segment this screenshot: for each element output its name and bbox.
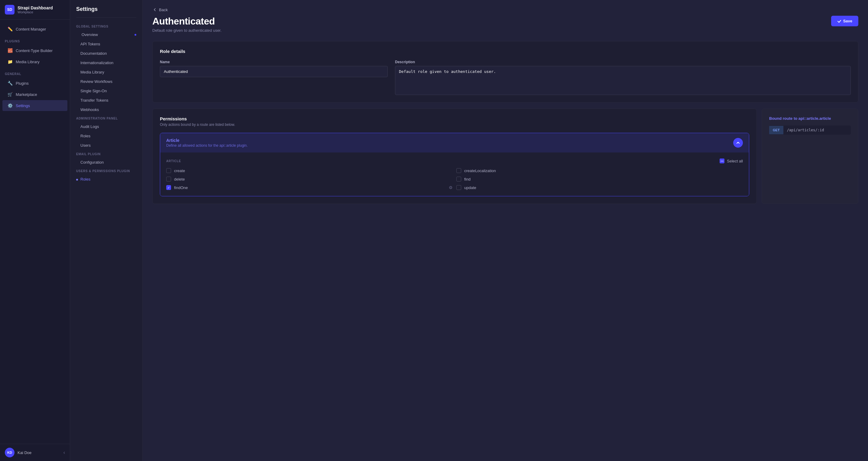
sidebar-footer: KD Kai Doe ‹ xyxy=(0,444,70,461)
dot-icon xyxy=(76,62,78,64)
permission-item-create: create xyxy=(166,168,453,173)
indicator-dot xyxy=(134,34,136,36)
global-settings-label: GLOBAL SETTINGS xyxy=(70,22,142,30)
settings-item-media-library[interactable]: Media Library xyxy=(70,67,142,77)
sidebar-item-plugins[interactable]: 🔧 Plugins xyxy=(2,78,67,89)
settings-item-configuration[interactable]: Configuration xyxy=(70,157,142,167)
description-field-group: Description Default role given to authen… xyxy=(395,60,851,95)
permission-item-findOne: findOne ⚙ xyxy=(166,185,453,190)
permissions-panel: Permissions Only actions bound by a rout… xyxy=(152,109,757,204)
settings-item-roles[interactable]: Roles xyxy=(70,131,142,141)
settings-item-review-workflows[interactable]: Review Workflows xyxy=(70,77,142,86)
admin-panel-label: ADMINISTRATION PANEL xyxy=(70,114,142,122)
select-all-button[interactable]: Select all xyxy=(720,159,743,163)
role-details-title: Role details xyxy=(160,49,851,54)
page-subtitle: Default role given to authenticated user… xyxy=(152,28,221,33)
checkbox-find[interactable] xyxy=(456,177,461,181)
dot-icon xyxy=(76,72,78,74)
user-info: KD Kai Doe xyxy=(5,448,31,457)
avatar: KD xyxy=(5,448,14,457)
sidebar-item-label: Content-Type Builder xyxy=(16,49,53,53)
select-all-icon xyxy=(720,159,724,163)
checkbox-delete[interactable] xyxy=(166,177,171,181)
sidebar-item-label: Media Library xyxy=(16,60,39,64)
page-title: Authenticated xyxy=(152,16,221,27)
checkbox-update[interactable] xyxy=(456,185,461,190)
page-header: Authenticated Default role given to auth… xyxy=(152,16,858,33)
settings-item-users[interactable]: Users xyxy=(70,141,142,150)
gear-icon[interactable]: ⚙ xyxy=(449,185,453,190)
name-input[interactable] xyxy=(160,66,388,77)
settings-item-audit-logs[interactable]: Audit Logs xyxy=(70,122,142,131)
general-label: GENERAL xyxy=(0,67,70,78)
sidebar-item-media-library[interactable]: 📁 Media Library xyxy=(2,56,67,67)
article-section-label: ARTICLE xyxy=(166,160,181,163)
description-label: Description xyxy=(395,60,851,64)
back-arrow-icon xyxy=(152,7,157,12)
sidebar: SD Strapi Dashboard Workplace ✏️ Content… xyxy=(0,0,70,461)
dot-icon xyxy=(76,126,78,128)
article-toggle-button[interactable] xyxy=(733,138,743,148)
dot-icon xyxy=(76,81,78,83)
permission-item-update: update xyxy=(456,185,743,190)
dot-icon xyxy=(76,100,78,102)
users-permissions-label: USERS & PERMISSIONS PLUGIN xyxy=(70,167,142,175)
content-manager-icon: ✏️ xyxy=(7,26,13,32)
name-field-group: Name xyxy=(160,60,388,95)
collapse-button[interactable]: ‹ xyxy=(63,450,65,455)
permissions-title: Permissions xyxy=(160,116,749,121)
main-content: Back Authenticated Default role given to… xyxy=(143,0,868,461)
checkbox-findOne[interactable] xyxy=(166,185,171,190)
save-button[interactable]: Save xyxy=(831,16,858,26)
settings-icon: ⚙️ xyxy=(7,103,13,108)
settings-title: Settings xyxy=(70,6,142,17)
dot-icon xyxy=(76,145,78,147)
checkbox-create[interactable] xyxy=(166,168,171,173)
sidebar-item-label: Marketplace xyxy=(16,92,37,97)
sidebar-item-label: Content Manager xyxy=(16,27,46,31)
sidebar-item-content-manager[interactable]: ✏️ Content Manager xyxy=(2,24,67,34)
bound-route-title: Bound route to api::article.article xyxy=(769,116,851,121)
permissions-subtitle: Only actions bound by a route are listed… xyxy=(160,122,749,127)
settings-divider xyxy=(76,17,136,18)
dot-icon xyxy=(76,136,78,137)
description-textarea[interactable]: Default role given to authenticated user… xyxy=(395,66,851,95)
role-details-card: Role details Name Description Default ro… xyxy=(152,41,858,103)
settings-item-single-sign-on[interactable]: Single Sign-On xyxy=(70,86,142,95)
name-label: Name xyxy=(160,60,388,64)
checkbox-createLocalization[interactable] xyxy=(456,168,461,173)
settings-item-webhooks[interactable]: Webhooks xyxy=(70,105,142,114)
route-path: /api/articles/:id xyxy=(783,125,828,135)
article-accordion: Article Define all allowed actions for t… xyxy=(160,133,749,196)
form-row: Name Description Default role given to a… xyxy=(160,60,851,95)
settings-item-transfer-tokens[interactable]: Transfer Tokens xyxy=(70,95,142,105)
dot-icon xyxy=(76,162,78,164)
bound-route-link[interactable]: article xyxy=(819,116,831,121)
plugins-label: PLUGINS xyxy=(0,35,70,45)
chevron-up-icon xyxy=(736,141,740,145)
article-section-header: ARTICLE Select all xyxy=(166,159,743,163)
settings-item-api-tokens[interactable]: API Tokens xyxy=(70,39,142,49)
media-library-icon: 📁 xyxy=(7,59,13,64)
plugins-icon: 🔧 xyxy=(7,81,13,86)
dot-icon xyxy=(76,109,78,111)
sidebar-nav: ✏️ Content Manager PLUGINS 🧱 Content-Typ… xyxy=(0,20,70,444)
route-tag: GET /api/articles/:id xyxy=(769,125,851,135)
sidebar-item-settings[interactable]: ⚙️ Settings xyxy=(2,100,67,111)
settings-item-roles-up[interactable]: Roles xyxy=(70,175,142,184)
sidebar-item-marketplace[interactable]: 🛒 Marketplace xyxy=(2,89,67,100)
settings-item-documentation[interactable]: Documentation xyxy=(70,49,142,58)
permissions-grid: create createLocalization delete xyxy=(166,168,743,190)
bound-route-panel: Bound route to api::article.article GET … xyxy=(762,109,858,204)
app-logo: SD xyxy=(5,5,14,15)
sidebar-item-label: Plugins xyxy=(16,81,29,86)
article-title: Article xyxy=(166,138,248,143)
settings-item-internationalization[interactable]: Internationalization xyxy=(70,58,142,67)
user-name: Kai Doe xyxy=(18,451,31,455)
settings-item-overview[interactable]: Overview xyxy=(70,30,142,39)
back-link[interactable]: Back xyxy=(152,7,858,12)
sidebar-item-content-type-builder[interactable]: 🧱 Content-Type Builder xyxy=(2,45,67,56)
article-body: ARTICLE Select all create xyxy=(160,152,749,196)
dot-icon xyxy=(76,34,78,36)
article-accordion-header[interactable]: Article Define all allowed actions for t… xyxy=(160,133,749,152)
